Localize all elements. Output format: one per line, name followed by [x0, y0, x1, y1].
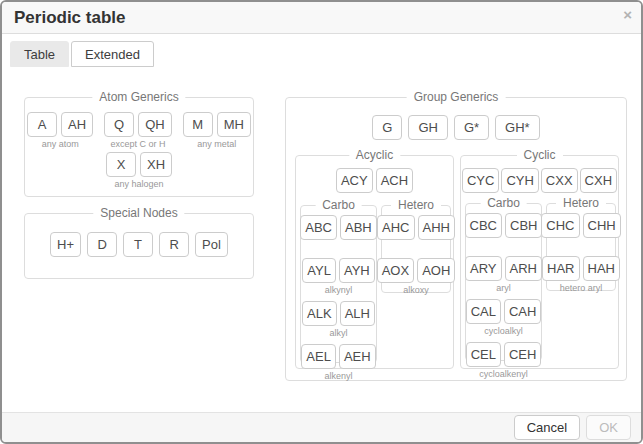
- cyclic-hetero-legend: Hetero: [556, 196, 606, 211]
- button-xh[interactable]: XH: [140, 152, 172, 177]
- group-label-any-atom: any atom: [42, 139, 79, 149]
- tab-bar: Table Extended: [2, 34, 641, 67]
- cyclic-section: Cyclic CYC CYH CXX CXH no carbon Carbo C…: [460, 155, 619, 369]
- atom-generics-section: Atom Generics A AH any atom Q QH except …: [24, 97, 254, 197]
- button-ahc[interactable]: AHC: [377, 215, 414, 240]
- atom-generics-legend: Atom Generics: [92, 90, 185, 105]
- button-cbc[interactable]: CBC: [465, 213, 502, 238]
- group-generics-legend: Group Generics: [407, 90, 506, 105]
- group-label-alkyl: alkyl: [329, 328, 347, 338]
- button-abh[interactable]: ABH: [340, 215, 377, 240]
- acyclic-section: Acyclic ACY ACH Carbo ABC ABH: [295, 155, 454, 369]
- acyclic-carbo-legend: Carbo: [315, 198, 362, 213]
- special-nodes-legend: Special Nodes: [93, 206, 184, 221]
- button-aeh[interactable]: AEH: [339, 344, 376, 369]
- button-alh[interactable]: ALH: [340, 301, 375, 326]
- button-mh[interactable]: MH: [217, 112, 251, 137]
- button-cal[interactable]: CAL: [466, 299, 501, 324]
- button-aoh[interactable]: AOH: [417, 258, 455, 283]
- button-cbh[interactable]: CBH: [505, 213, 542, 238]
- button-qh[interactable]: QH: [138, 112, 172, 137]
- acyclic-carbo-section: Carbo ABC ABH AYL AYH alkynyl: [300, 205, 377, 363]
- button-ayh[interactable]: AYH: [339, 258, 375, 283]
- special-nodes-section: Special Nodes H+ D T R Pol: [24, 213, 254, 279]
- button-cah[interactable]: CAH: [504, 299, 541, 324]
- button-har[interactable]: HAR: [542, 256, 579, 281]
- button-gh[interactable]: GH: [408, 115, 448, 140]
- tab-extended[interactable]: Extended: [71, 41, 154, 67]
- tab-table[interactable]: Table: [10, 41, 69, 67]
- button-ceh[interactable]: CEH: [504, 342, 541, 367]
- group-label-any-metal: any metal: [197, 139, 236, 149]
- button-ah[interactable]: AH: [61, 112, 93, 137]
- ok-button[interactable]: OK: [586, 415, 631, 440]
- dialog-content: Atom Generics A AH any atom Q QH except …: [2, 67, 641, 412]
- group-label-alkenyl: alkenyl: [324, 371, 352, 381]
- cyclic-carbo-section: Carbo CBC CBH ARY ARH aryl: [465, 203, 542, 361]
- button-ary[interactable]: ARY: [465, 256, 502, 281]
- group-label-any-halogen: any halogen: [114, 179, 163, 189]
- button-cyc[interactable]: CYC: [462, 168, 499, 193]
- button-cyh[interactable]: CYH: [501, 168, 538, 193]
- button-cxx[interactable]: CXX: [541, 168, 578, 193]
- button-chh[interactable]: CHH: [583, 213, 621, 238]
- button-ayl[interactable]: AYL: [302, 258, 336, 283]
- button-alk[interactable]: ALK: [302, 301, 337, 326]
- cancel-button[interactable]: Cancel: [514, 415, 580, 440]
- group-label-alkoxy: alkoxy: [403, 285, 429, 295]
- button-ach[interactable]: ACH: [376, 168, 413, 193]
- close-icon[interactable]: ×: [623, 7, 632, 22]
- button-acy[interactable]: ACY: [336, 168, 373, 193]
- group-label-hetero-aryl: hetero aryl: [560, 283, 603, 293]
- button-x[interactable]: X: [106, 152, 136, 177]
- group-label-cycloalkenyl: cycloalkenyl: [479, 369, 528, 379]
- acyclic-legend: Acyclic: [349, 148, 400, 163]
- button-gh-star[interactable]: GH*: [495, 115, 540, 140]
- button-a[interactable]: A: [27, 112, 57, 137]
- button-cxh[interactable]: CXH: [580, 168, 617, 193]
- group-label-except-c-or-h: except C or H: [110, 139, 165, 149]
- cyclic-legend: Cyclic: [517, 148, 563, 163]
- dialog-title: Periodic table: [14, 8, 125, 28]
- button-d[interactable]: D: [87, 232, 117, 257]
- button-g-star[interactable]: G*: [454, 115, 489, 140]
- button-aox[interactable]: AOX: [377, 258, 414, 283]
- button-ahh[interactable]: AHH: [418, 215, 455, 240]
- button-g[interactable]: G: [372, 115, 402, 140]
- button-chc[interactable]: CHC: [541, 213, 579, 238]
- group-label-cycloalkyl: cycloalkyl: [484, 326, 523, 336]
- cyclic-carbo-legend: Carbo: [480, 196, 527, 211]
- button-abc[interactable]: ABC: [300, 215, 337, 240]
- group-label-alkynyl: alkynyl: [325, 285, 353, 295]
- dialog-footer: Cancel OK: [2, 412, 641, 442]
- group-generics-section: Group Generics G GH G* GH* Acyclic ACY A…: [285, 97, 627, 381]
- button-t[interactable]: T: [123, 232, 153, 257]
- dialog-header: Periodic table ×: [2, 2, 641, 34]
- button-m[interactable]: M: [183, 112, 213, 137]
- button-q[interactable]: Q: [104, 112, 134, 137]
- acyclic-hetero-legend: Hetero: [391, 198, 441, 213]
- button-r[interactable]: R: [159, 232, 189, 257]
- periodic-table-dialog: Periodic table × Table Extended Atom Gen…: [0, 0, 643, 444]
- button-ael[interactable]: AEL: [301, 344, 336, 369]
- button-pol[interactable]: Pol: [195, 232, 228, 257]
- acyclic-hetero-section: Hetero AHC AHH AOX AOH alkoxy: [381, 205, 451, 293]
- button-hah[interactable]: HAH: [583, 256, 620, 281]
- button-cel[interactable]: CEL: [466, 342, 501, 367]
- cyclic-hetero-section: Hetero CHC CHH HAR HAH hetero aryl: [546, 203, 616, 291]
- group-label-aryl: aryl: [496, 283, 511, 293]
- button-arh[interactable]: ARH: [505, 256, 542, 281]
- button-h-plus[interactable]: H+: [50, 232, 81, 257]
